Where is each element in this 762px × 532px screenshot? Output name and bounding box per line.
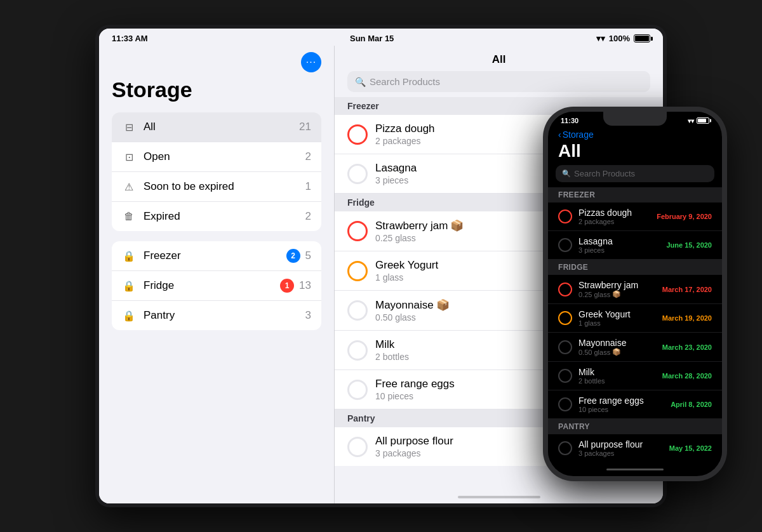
iphone-name-mayo: Mayonnaise [578, 338, 662, 348]
sidebar-count-expired: 2 [305, 210, 311, 223]
sidebar-item-soon-expired[interactable]: ⚠ Soon to be expired 1 [112, 172, 321, 202]
iphone-item-milk[interactable]: Milk 2 bottles March 28, 2020 [548, 362, 722, 390]
iphone-info-strawberry: Strawberry jam 0.25 glass 📦 [578, 280, 662, 298]
chevron-left-icon: ‹ [558, 130, 561, 140]
iphone-list: Freezer Pizzas dough 2 packages February… [548, 187, 722, 462]
lock-icon-pantry: 🔒 [122, 309, 136, 323]
sidebar-item-expired[interactable]: 🗑 Expired 2 [112, 202, 321, 231]
iphone-info-flour: All purpose flour 3 packages [578, 439, 669, 457]
iphone-name-flour: All purpose flour [578, 439, 669, 449]
iphone-item-eggs[interactable]: Free range eggs 10 pieces April 8, 2020 [548, 390, 722, 419]
iphone-detail-flour: 3 packages [578, 449, 669, 457]
sidebar-item-all[interactable]: ⊟ All 21 [112, 112, 321, 142]
sidebar-badge-freezer: 2 [286, 249, 300, 263]
battery-icon [634, 34, 650, 43]
iphone-section-freezer: Freezer [548, 187, 722, 203]
iphone-item-strawberry[interactable]: Strawberry jam 0.25 glass 📦 March 17, 20… [548, 275, 722, 304]
iphone-item-lasagna[interactable]: Lasagna 3 pieces June 15, 2020 [548, 231, 722, 260]
iphone-screen: 11:30 ▾▾ ‹ Storage All 🔍 Search Products [548, 112, 722, 476]
sidebar-section-filters: ⊟ All 21 ⊡ Open 2 ⚠ Soon to be expired 1 [112, 112, 321, 231]
search-placeholder: Search Products [370, 76, 440, 87]
iphone-nav: ‹ Storage [548, 127, 722, 140]
iphone-battery-fill [698, 119, 706, 123]
emoji-strawberry: 📦 [450, 219, 464, 232]
product-icon-lasagna [347, 164, 368, 184]
iphone-name-milk: Milk [578, 367, 662, 377]
iphone-notch [603, 112, 667, 126]
iphone-name-eggs: Free range eggs [578, 396, 671, 406]
iphone-detail-eggs: 10 pieces [578, 406, 671, 413]
iphone-item-yogurt[interactable]: Greek Yogurt 1 glass March 19, 2020 [548, 304, 722, 333]
iphone-icon-lasagna [558, 238, 572, 252]
iphone-info-lasagna: Lasagna 3 pieces [578, 236, 666, 254]
iphone-emoji-strawberry: 📦 [612, 290, 621, 298]
sidebar-item-label-open: Open [144, 150, 305, 163]
iphone-name-pizza: Pizzas dough [578, 208, 657, 218]
sidebar-item-fridge[interactable]: 🔒 Fridge 1 13 [112, 271, 321, 301]
warning-icon: ⚠ [122, 180, 136, 194]
search-bar[interactable]: 🔍 Search Products [347, 71, 650, 92]
product-icon-flour [347, 437, 368, 457]
product-icon-mayo [347, 300, 368, 321]
iphone-date-eggs: April 8, 2020 [671, 401, 712, 408]
lock-icon-fridge: 🔒 [122, 279, 136, 293]
iphone-info-milk: Milk 2 bottles [578, 367, 662, 385]
iphone-date-milk: March 28, 2020 [662, 372, 712, 380]
sidebar-item-pantry[interactable]: 🔒 Pantry 3 [112, 301, 321, 330]
iphone-item-mayo[interactable]: Mayonnaise 0.50 glass 📦 March 23, 2020 [548, 333, 722, 362]
iphone-battery-icon [697, 117, 709, 124]
iphone-icon-flour [558, 441, 572, 455]
iphone-search-bar[interactable]: 🔍 Search Products [556, 165, 714, 182]
product-icon-milk [347, 340, 368, 361]
sidebar-title: Storage [112, 77, 321, 102]
iphone-status-right: ▾▾ [688, 117, 709, 124]
product-icon-yogurt [347, 261, 368, 281]
iphone-icon-pizza [558, 209, 572, 223]
sidebar-count-soon-expired: 1 [305, 180, 311, 193]
product-icon-pizza [347, 124, 368, 145]
open-box-icon: ⊡ [122, 150, 136, 164]
sidebar-item-label-freezer: Freezer [144, 249, 286, 262]
iphone-detail-pizza: 2 packages [578, 218, 657, 225]
iphone-item-pizza[interactable]: Pizzas dough 2 packages February 9, 2020 [548, 203, 722, 231]
iphone-info-yogurt: Greek Yogurt 1 glass [578, 309, 662, 327]
sidebar-header: ··· [112, 52, 321, 72]
ipad-status-bar: 11:33 AM Sun Mar 15 ▾▾ 100% [99, 29, 663, 46]
battery-fill [635, 36, 649, 41]
search-icon: 🔍 [355, 77, 366, 87]
iphone-name-yogurt: Greek Yogurt [578, 309, 662, 319]
sidebar-count-pantry: 3 [305, 309, 311, 322]
iphone-item-flour[interactable]: All purpose flour 3 packages May 15, 202… [548, 434, 722, 462]
iphone-name-strawberry: Strawberry jam [578, 280, 662, 290]
sidebar-item-label-expired: Expired [144, 210, 305, 223]
iphone-back-button[interactable]: ‹ Storage [558, 130, 712, 140]
sidebar-item-open[interactable]: ⊡ Open 2 [112, 142, 321, 172]
iphone-date-mayo: March 23, 2020 [662, 343, 712, 351]
lock-icon-freezer: 🔒 [122, 249, 136, 263]
more-button[interactable]: ··· [301, 52, 321, 72]
sidebar-section-locations: 🔒 Freezer 2 5 🔒 Fridge 1 13 🔒 Pantry [112, 241, 321, 330]
iphone-icon-strawberry [558, 283, 572, 296]
iphone-search-placeholder: Search Products [574, 169, 635, 178]
sidebar-count-freezer: 5 [305, 249, 311, 262]
inbox-icon: ⊟ [122, 120, 136, 134]
iphone-home-indicator [548, 462, 722, 476]
iphone-detail-milk: 2 bottles [578, 377, 662, 385]
sidebar-item-label-soon-expired: Soon to be expired [144, 180, 305, 193]
iphone-wifi-icon: ▾▾ [688, 117, 694, 124]
sidebar-item-freezer[interactable]: 🔒 Freezer 2 5 [112, 241, 321, 271]
iphone-detail-mayo: 0.50 glass 📦 [578, 348, 662, 356]
iphone-info-pizza: Pizzas dough 2 packages [578, 208, 657, 225]
iphone-device: 11:30 ▾▾ ‹ Storage All 🔍 Search Products [543, 107, 727, 481]
sidebar: ··· Storage ⊟ All 21 ⊡ Open 2 [99, 46, 334, 503]
iphone-home-bar [606, 469, 664, 470]
wifi-icon: ▾▾ [596, 34, 605, 43]
iphone-detail-yogurt: 1 glass [578, 319, 662, 327]
ipad-status-right: ▾▾ 100% [596, 34, 650, 43]
emoji-mayo: 📦 [436, 298, 450, 312]
iphone-detail-strawberry: 0.25 glass 📦 [578, 290, 662, 298]
iphone-date-pizza: February 9, 2020 [657, 213, 712, 220]
product-icon-eggs [347, 380, 368, 400]
trash-icon: 🗑 [122, 209, 136, 223]
iphone-icon-eggs [558, 397, 572, 411]
